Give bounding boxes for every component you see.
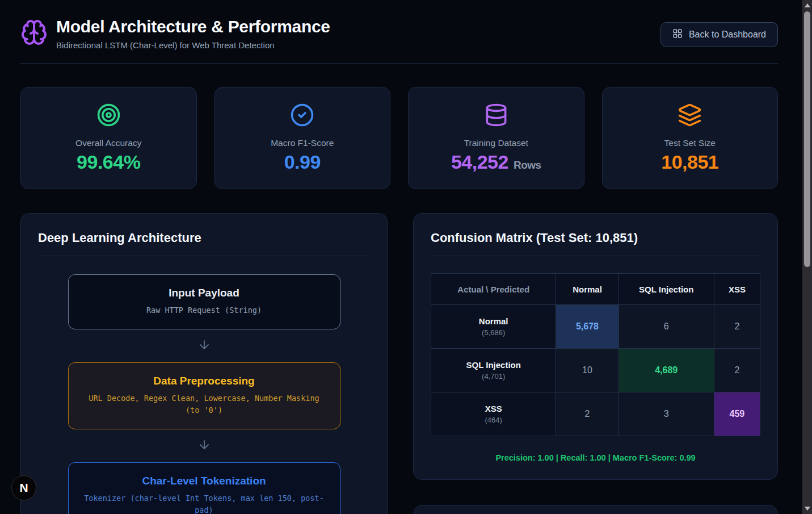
header-divider [20,63,778,64]
stat-value: 10,851 [661,151,718,173]
layout-grid-icon [672,28,683,41]
confusion-matrix-title: Confusion Matrix (Test Set: 10,851) [431,231,760,245]
stat-label: Macro F1-Score [271,138,334,148]
nextjs-logo-icon: N [19,481,28,495]
flow-step-subtitle: Tokenizer (char-level Int Tokens, max le… [82,492,326,514]
row-support: (4,701) [435,372,552,381]
row-label-cell: SQL Injection (4,701) [431,349,556,392]
matrix-cell: 6 [619,305,714,349]
row-label-cell: XSS (464) [431,392,556,436]
next-section-panel [413,505,778,514]
matrix-cell: 4,689 [619,349,714,392]
brain-icon [20,19,48,46]
flow-step-char-level-tokenization: Char-Level Tokenization Tokenizer (char-… [68,462,340,514]
row-label: XSS [435,404,552,413]
flow-step-title: Data Preprocessing [82,375,326,387]
matrix-cell: 2 [556,392,619,436]
matrix-cell: 459 [714,392,760,436]
stat-card-overall-accuracy: Overall Accuracy 99.64% [20,87,197,189]
stats-row: Overall Accuracy 99.64% Macro F1-Score 0… [20,87,778,189]
stat-value: 0.99 [284,151,321,173]
header: Model Architecture & Performance Bidirec… [20,17,778,50]
stat-card-macro-f1: Macro F1-Score 0.99 [214,87,391,189]
confusion-matrix-table: Actual \ Predicted Normal SQL Injection … [431,273,760,436]
main-content: Deep Learning Architecture Input Payload… [20,213,778,514]
database-icon [484,103,508,129]
flow-step-title: Char-Level Tokenization [82,475,326,487]
target-icon [96,103,121,129]
flow-step-input-payload: Input Payload Raw HTTP Request (String) [68,274,340,329]
right-column: Confusion Matrix (Test Set: 10,851) Actu… [413,213,778,514]
panel-divider [431,256,760,256]
page-title: Model Architecture & Performance [56,17,330,36]
stat-label: Overall Accuracy [75,138,141,148]
architecture-panel-title: Deep Learning Architecture [38,231,370,245]
table-row: Normal (5,686) 5,678 6 2 [431,305,760,349]
architecture-panel: Deep Learning Architecture Input Payload… [20,213,388,514]
back-button-label: Back to Dashboard [689,30,766,40]
flow-step-data-preprocessing: Data Preprocessing URL Decode, Regex Cle… [68,362,340,429]
row-label-cell: Normal (5,686) [431,305,556,349]
triangle-down-icon [805,507,810,511]
confusion-matrix-panel: Confusion Matrix (Test Set: 10,851) Actu… [413,213,778,480]
table-row: XSS (464) 2 3 459 [431,392,760,436]
stat-unit: Rows [514,159,541,171]
row-support: (464) [435,416,552,424]
stat-label: Test Set Size [664,138,716,148]
scrollbar-up-button[interactable] [802,1,812,10]
check-circle-icon [290,103,314,129]
matrix-cell: 5,678 [556,305,619,349]
page-subtitle: Bidirectional LSTM (Char-Level) for Web … [56,40,330,50]
arrow-down-icon [197,338,211,354]
row-label: SQL Injection [435,360,552,370]
arrow-down-icon [197,438,211,454]
column-header: SQL Injection [619,274,714,305]
scrollbar-thumb[interactable] [804,11,810,267]
row-label: Normal [435,316,552,326]
column-header: Normal [556,274,619,305]
column-header: XSS [714,274,760,305]
nextjs-dev-badge[interactable]: N [11,475,36,500]
matrix-cell: 3 [619,392,714,436]
table-row: SQL Injection (4,701) 10 4,689 2 [431,349,760,392]
back-to-dashboard-button[interactable]: Back to Dashboard [660,22,778,47]
table-header-row: Actual \ Predicted Normal SQL Injection … [431,274,760,305]
flow-step-subtitle: Raw HTTP Request (String) [82,304,326,317]
stat-card-training-dataset: Training Dataset 54,252Rows [408,87,584,189]
architecture-flow: Input Payload Raw HTTP Request (String) … [38,256,370,514]
stat-label: Training Dataset [464,138,528,148]
column-header: Actual \ Predicted [431,274,556,305]
matrix-cell: 10 [556,349,619,392]
scrollbar-down-button[interactable] [802,504,812,513]
stat-card-test-set-size: Test Set Size 10,851 [602,87,779,189]
matrix-cell: 2 [714,305,760,349]
matrix-cell: 2 [714,349,760,392]
flow-step-subtitle: URL Decode, Regex Clean, Lowercase, Numb… [82,392,326,417]
flow-step-title: Input Payload [82,287,326,299]
layers-icon [678,103,702,129]
stat-value: 54,252 [451,151,508,173]
row-support: (5,686) [435,328,552,337]
page: Model Architecture & Performance Bidirec… [0,0,802,514]
triangle-up-icon [805,3,810,7]
metrics-summary: Precision: 1.00 | Recall: 1.00 | Macro F… [431,453,760,462]
vertical-scrollbar [802,0,812,514]
stat-value: 99.64% [77,151,140,173]
